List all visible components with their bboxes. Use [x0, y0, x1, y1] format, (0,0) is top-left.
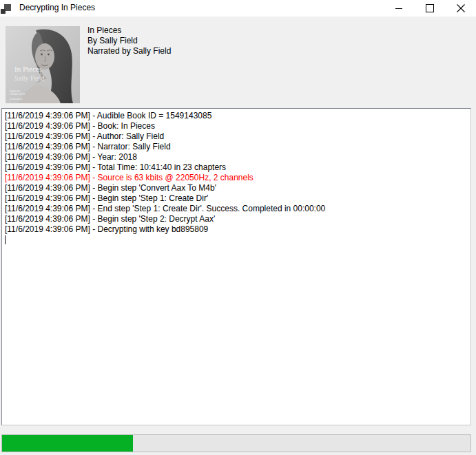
book-narrator: Narrated by Sally Field	[87, 46, 171, 56]
text-caret	[5, 235, 6, 244]
log-line: [11/6/2019 4:39:06 PM] - Year: 2018	[5, 152, 468, 162]
log-line: [11/6/2019 4:39:06 PM] - Begin step 'Ste…	[5, 214, 468, 224]
close-button[interactable]	[445, 0, 476, 17]
window-controls	[383, 0, 476, 17]
book-title: In Pieces	[87, 25, 171, 36]
book-author: By Sally Field	[87, 36, 171, 46]
log-line: [11/6/2019 4:39:06 PM] - Total Time: 10:…	[5, 162, 468, 173]
progress-fill	[2, 435, 133, 452]
log-textbox[interactable]: [11/6/2019 4:39:06 PM] - Audible Book ID…	[1, 108, 471, 425]
cover-readby-2: THE AUTHOR	[10, 93, 25, 96]
log-line: [11/6/2019 4:39:06 PM] - Begin step 'Ste…	[5, 193, 468, 204]
maximize-icon	[426, 4, 434, 12]
app-icon	[1, 3, 12, 14]
book-info: In Pieces By Sally Field Narrated by Sal…	[87, 25, 171, 56]
log-line: [11/6/2019 4:39:06 PM] - Author: Sally F…	[5, 131, 468, 142]
window-title: Decrypting In Pieces	[19, 3, 95, 12]
cover-title: In Pieces	[14, 65, 42, 73]
log-line: [11/6/2019 4:39:06 PM] - Book: In Pieces	[5, 121, 468, 131]
titlebar[interactable]: Decrypting In Pieces	[0, 0, 476, 17]
log-line: [11/6/2019 4:39:06 PM] - Begin step 'Con…	[5, 183, 468, 193]
log-line: [11/6/2019 4:39:06 PM] - End step 'Step …	[5, 204, 468, 214]
maximize-button[interactable]	[414, 0, 445, 17]
app-window: Decrypting In Pieces	[0, 0, 476, 455]
minimize-icon	[395, 4, 403, 12]
log-line: [11/6/2019 4:39:06 PM] - Audible Book ID…	[5, 111, 468, 121]
log-line: [11/6/2019 4:39:06 PM] - Decrypting with…	[5, 224, 468, 235]
log-line-error: [11/6/2019 4:39:06 PM] - Source is 63 kb…	[5, 173, 468, 183]
log-line: [11/6/2019 4:39:06 PM] - Narrator: Sally…	[5, 142, 468, 152]
minimize-button[interactable]	[383, 0, 414, 17]
cover-edition: Unabridged	[10, 98, 22, 100]
book-cover-image: In Pieces Sally Field READ BY THE AUTHOR…	[6, 26, 80, 103]
cover-author: Sally Field	[14, 74, 45, 82]
progress-bar	[1, 434, 471, 452]
close-icon	[457, 4, 465, 12]
